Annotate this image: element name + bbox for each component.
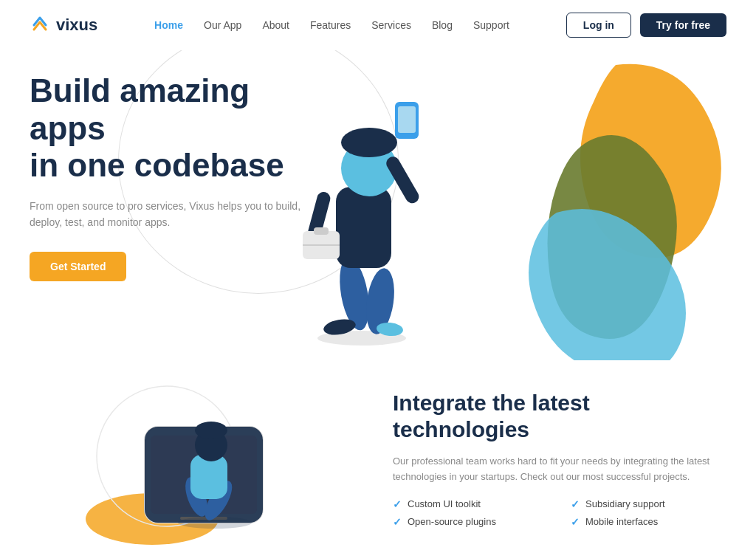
svg-rect-10	[398, 106, 416, 133]
nav-home[interactable]: Home	[154, 19, 183, 31]
feature-label-1: Subsidiary support	[585, 498, 665, 509]
nav-actions: Log in Try for free	[566, 13, 726, 38]
svg-point-21	[178, 517, 252, 529]
check-icon-2: ✓	[393, 516, 402, 528]
login-button[interactable]: Log in	[566, 13, 631, 38]
check-icon-0: ✓	[393, 498, 402, 510]
get-started-button[interactable]: Get Started	[30, 252, 126, 281]
nav-links: Home Our App About Features Services Blo…	[154, 18, 509, 32]
feature-item-3: ✓ Mobile interfaces	[571, 516, 726, 528]
feature-item-2: ✓ Open-source plugins	[393, 516, 549, 528]
navbar: vixus Home Our App About Features Servic…	[0, 0, 756, 50]
feature-label-3: Mobile interfaces	[585, 516, 658, 527]
nav-our-app[interactable]: Our App	[204, 19, 241, 31]
hero-description: From open source to pro services, Vixus …	[30, 198, 310, 231]
svg-rect-5	[336, 187, 391, 268]
logo[interactable]: vixus	[30, 15, 97, 35]
svg-rect-13	[314, 227, 329, 235]
section2-content: Integrate the latest technologies Our pr…	[393, 382, 726, 528]
nav-support[interactable]: Support	[473, 19, 509, 31]
feature-item-1: ✓ Subsidiary support	[571, 498, 726, 510]
svg-point-26	[195, 422, 227, 439]
nav-features[interactable]: Features	[310, 19, 351, 31]
check-icon-1: ✓	[571, 498, 580, 510]
section2-heading: Integrate the latest technologies	[393, 390, 726, 443]
section2-description: Our professional team works hard to fit …	[393, 453, 726, 485]
check-icon-3: ✓	[571, 516, 580, 528]
feature-label-2: Open-source plugins	[408, 516, 496, 527]
section2-illustration	[30, 382, 363, 545]
nav-blog[interactable]: Blog	[432, 19, 453, 31]
hero-text-block: Build amazing apps in one codebase From …	[30, 72, 310, 281]
feature-label-0: Custom UI toolkit	[408, 498, 481, 509]
svg-point-7	[341, 128, 397, 157]
try-free-button[interactable]: Try for free	[640, 13, 726, 37]
section2: Integrate the latest technologies Our pr…	[0, 368, 756, 550]
brand-name: vixus	[56, 16, 97, 35]
feature-item-0: ✓ Custom UI toolkit	[393, 498, 549, 510]
logo-icon	[30, 15, 50, 35]
nav-services[interactable]: Services	[371, 19, 411, 31]
svg-rect-24	[190, 455, 227, 499]
hero-heading: Build amazing apps in one codebase	[30, 72, 310, 185]
blob-decoration	[446, 50, 726, 360]
features-grid: ✓ Custom UI toolkit ✓ Subsidiary support…	[393, 498, 726, 528]
nav-about[interactable]: About	[262, 19, 289, 31]
hero-section: Build amazing apps in one codebase From …	[0, 50, 756, 368]
